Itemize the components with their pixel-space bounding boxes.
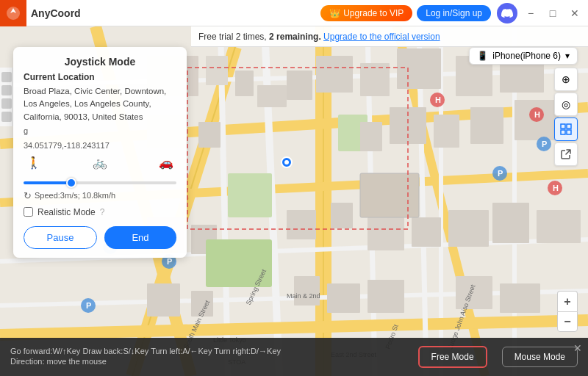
svg-rect-67 [567, 124, 571, 129]
svg-text:P: P [167, 257, 172, 266]
realistic-mode-row: Realistic Mode ? [24, 207, 176, 217]
grid-tool-button[interactable] [554, 118, 578, 141]
app-logo [0, 0, 26, 26]
svg-rect-69 [567, 130, 571, 134]
svg-rect-24 [331, 203, 353, 228]
realistic-label[interactable]: Realistic Mode [37, 207, 96, 217]
speed-icon: ↻ [24, 190, 32, 201]
maximize-button[interactable]: □ [542, 3, 563, 24]
pause-button[interactable]: Pause [24, 226, 97, 249]
shortcut-line2: Direction: move the mouse [10, 357, 404, 366]
banner-highlight: 2 remaining. [269, 32, 321, 42]
svg-text:P: P [498, 169, 503, 178]
zoom-controls: + − [557, 291, 578, 332]
svg-rect-7 [257, 85, 287, 107]
car-icon[interactable]: 🚗 [159, 156, 173, 170]
realistic-checkbox[interactable] [24, 207, 33, 217]
walk-icon[interactable]: 🚶 [26, 156, 41, 170]
banner-prefix: Free trial 2 times, [198, 32, 269, 42]
coord-line1: g [24, 126, 176, 135]
bike-icon[interactable]: 🚲 [93, 156, 107, 170]
svg-rect-28 [492, 203, 529, 243]
speed-display: ↻ Speed:3m/s; 10.8km/h [24, 190, 176, 201]
side-tool-2[interactable] [1, 85, 12, 95]
svg-point-65 [284, 160, 289, 164]
svg-rect-27 [448, 210, 489, 247]
upgrade-button[interactable]: 👑 Upgrade to VIP [320, 5, 412, 21]
side-tool-4[interactable] [1, 112, 12, 122]
device-label: iPhone(iPhone 6) [492, 51, 561, 61]
free-mode-button[interactable]: Free Mode [418, 346, 487, 368]
svg-text:P: P [542, 140, 547, 148]
banner-text: Free trial 2 times, 2 remaining. Upgrade… [198, 32, 440, 42]
svg-rect-8 [287, 70, 312, 100]
info-panel: Joystick Mode Current Location Broad Pla… [13, 47, 187, 258]
upgrade-label: Upgrade to VIP [343, 8, 404, 18]
svg-rect-26 [412, 217, 441, 247]
svg-rect-2 [228, 173, 272, 217]
coord-line2: 34.051779,-118.243117 [24, 141, 176, 150]
svg-rect-9 [316, 56, 353, 93]
map-toolbar-right: ⊕ ◎ [554, 68, 578, 166]
speed-value: Speed:3m/s; 10.8km/h [35, 191, 115, 200]
svg-rect-15 [198, 122, 220, 148]
svg-rect-19 [470, 107, 503, 144]
svg-rect-6 [235, 70, 254, 96]
svg-rect-16 [360, 122, 382, 151]
minimize-button[interactable]: − [520, 3, 541, 24]
help-icon[interactable]: ? [100, 207, 105, 217]
banner-link[interactable]: Upgrade to the official version [323, 32, 440, 42]
shortcut-line1: Go forward:W/↑Key Draw back:S/↓Key Turn … [10, 347, 404, 355]
zoom-in-button[interactable]: + [557, 291, 578, 311]
svg-text:P: P [86, 301, 91, 310]
banner: Free trial 2 times, 2 remaining. Upgrade… [191, 26, 588, 47]
svg-rect-37 [360, 173, 419, 217]
side-tool-1[interactable] [1, 72, 12, 82]
svg-rect-34 [368, 280, 404, 313]
address-text: Broad Plaza, Civic Center, Downtown,Los … [24, 85, 176, 123]
side-toolbar [0, 68, 13, 126]
svg-rect-18 [434, 115, 459, 148]
mouse-mode-button[interactable]: Mouse Mode [502, 347, 578, 367]
svg-rect-32 [294, 276, 320, 306]
phone-icon: 📱 [477, 51, 488, 61]
zoom-out-button[interactable]: − [557, 311, 578, 332]
mode-title: Joystick Mode [24, 56, 176, 68]
crown-icon: 👑 [329, 8, 340, 18]
svg-rect-5 [206, 56, 228, 85]
svg-text:H: H [435, 95, 441, 104]
login-button[interactable]: Log in/Sign up [417, 5, 491, 21]
svg-rect-11 [397, 48, 441, 89]
titlebar: AnyCoord 👑 Upgrade to VIP Log in/Sign up… [0, 0, 588, 26]
panel-buttons: Pause End [24, 226, 176, 249]
end-button[interactable]: End [104, 226, 176, 249]
device-selector[interactable]: 📱 iPhone(iPhone 6) ▾ [469, 47, 578, 65]
svg-text:H: H [534, 110, 540, 119]
svg-rect-23 [287, 210, 316, 239]
close-button[interactable]: ✕ [564, 3, 585, 24]
svg-rect-29 [537, 210, 581, 243]
bottom-bar-close-icon[interactable]: ✕ [573, 342, 582, 354]
chevron-down-icon: ▾ [565, 51, 570, 61]
discord-icon [497, 3, 517, 24]
compass-tool-button[interactable]: ⊕ [554, 68, 578, 91]
svg-rect-68 [561, 130, 565, 134]
svg-rect-13 [500, 63, 544, 93]
section-label: Current Location [24, 72, 176, 82]
share-tool-button[interactable] [554, 142, 578, 166]
app-name: AnyCoord [31, 7, 81, 19]
speed-slider[interactable] [24, 181, 176, 184]
side-tool-3[interactable] [1, 98, 12, 109]
shortcuts-text: Go forward:W/↑Key Draw back:S/↓Key Turn … [10, 347, 404, 367]
transport-bar: 🚶 🚲 🚗 [24, 156, 176, 170]
svg-rect-25 [368, 217, 404, 250]
svg-rect-30 [147, 283, 180, 317]
svg-text:H: H [553, 184, 559, 192]
svg-text:Main & 2nd: Main & 2nd [287, 292, 320, 300]
map-area: P P P P P H H H South Main Street Spring… [0, 26, 588, 376]
window-controls: − □ ✕ [520, 3, 585, 24]
login-label: Log in/Sign up [426, 8, 482, 18]
svg-rect-66 [561, 124, 565, 129]
bottom-bar: Go forward:W/↑Key Draw back:S/↓Key Turn … [0, 338, 588, 376]
location-tool-button[interactable]: ◎ [554, 93, 578, 116]
